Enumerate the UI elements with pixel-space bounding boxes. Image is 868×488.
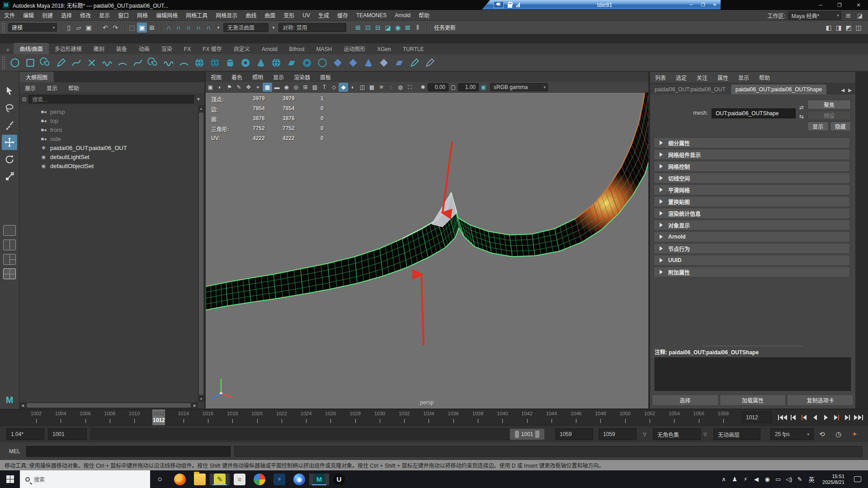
shelf-tab[interactable]: 运动图形 [338, 43, 371, 54]
undo-icon[interactable]: ↶ [100, 23, 110, 33]
menu-item[interactable]: 生成 [314, 11, 333, 19]
planar-icon[interactable] [376, 56, 392, 70]
birail-icon[interactable] [330, 56, 345, 70]
menu-item[interactable]: TEAMONES [352, 12, 391, 19]
outliner-menu-item[interactable]: 展示 [19, 84, 41, 92]
footer-button[interactable]: 加载属性 [720, 394, 786, 406]
layout-single-button[interactable] [3, 225, 16, 236]
nurbs-torus-icon[interactable] [238, 56, 253, 70]
attribute-section-header[interactable]: 渲染统计信息 [654, 208, 850, 219]
nurbs-circle-icon[interactable] [7, 56, 23, 70]
outliner-menu-item[interactable]: 显示 [41, 84, 63, 92]
use-all-lights-icon[interactable]: ◫ [358, 83, 367, 92]
tray-expand-icon[interactable]: ∧ [718, 473, 729, 486]
select-component-icon[interactable]: ⊞ [147, 23, 157, 33]
document-app-icon[interactable]: ≡ [230, 474, 250, 485]
shelf-tab[interactable]: 渲染 [156, 43, 178, 54]
shelf-tab[interactable]: FX [178, 44, 197, 54]
extrude-icon[interactable] [361, 56, 376, 70]
perspective-viewport[interactable]: 视图着色照明显示渲染器面板 ▣◐⚑✎✥⌖▦▬◉◎⊞▧T◇◆◐◫▩✳◌◍⛶ ✱ 0… [205, 71, 649, 409]
attribute-section-header[interactable]: 附加属性 [654, 267, 850, 277]
shelf-tab[interactable]: 曲线/曲面 [14, 43, 48, 54]
auto-keyframe-icon[interactable]: ✦ [852, 428, 858, 440]
shelf-tab[interactable]: TURTLE [397, 44, 429, 54]
nurbs-square-icon[interactable] [23, 56, 38, 70]
tray-speaker-icon[interactable]: ◁) [783, 473, 794, 486]
isolate-select-icon[interactable]: ⛶ [405, 83, 415, 92]
grip-handle[interactable] [2, 22, 5, 33]
attribute-section-header[interactable]: 置换贴图 [654, 196, 850, 207]
gamma-field[interactable]: 1.00 [458, 83, 479, 91]
notes-resize-handle[interactable] [703, 346, 802, 346]
shelf-tab[interactable]: 雕刻 [88, 43, 110, 54]
ep-curve-icon[interactable] [69, 56, 84, 70]
exposure-gear-icon[interactable]: ✱ [418, 83, 428, 92]
lasso-tool[interactable] [2, 100, 17, 116]
film-gate-icon[interactable]: ▬ [272, 83, 282, 92]
attribute-section-header[interactable]: 细分属性 [654, 137, 850, 148]
snap-grid-icon[interactable]: ∩ [164, 23, 174, 33]
notepad-icon[interactable]: ✎ [210, 474, 230, 485]
tab-prev-icon[interactable]: ◀ [841, 88, 845, 93]
camera-attr-icon[interactable]: ◐ [215, 83, 225, 92]
presets-button[interactable]: 预设 [807, 111, 851, 120]
show-button[interactable]: 显示 [807, 122, 829, 131]
menu-item[interactable]: 缓存 [333, 11, 352, 19]
menu-item[interactable]: 显示 [95, 11, 114, 19]
chevron-down-icon[interactable]: ▼ [196, 97, 202, 102]
history-arrow-icon[interactable]: ▾ [269, 23, 278, 33]
go-to-start-button[interactable] [778, 413, 787, 422]
menu-item[interactable]: 曲线 [241, 11, 260, 19]
toggle-toolsettings-icon[interactable]: ◩ [844, 23, 854, 33]
remote-restore-button[interactable]: ❐ [697, 2, 709, 7]
viewport-menu-item[interactable]: 面板 [315, 73, 336, 81]
menu-item[interactable]: 修改 [76, 11, 95, 19]
maya-taskbar-icon[interactable]: M [309, 474, 329, 485]
outliner-item[interactable]: ■◂ persp [19, 107, 198, 116]
scroll-up-icon[interactable]: ▲ [198, 105, 204, 112]
toggle-attr-editor-icon[interactable]: ◨ [834, 23, 844, 33]
2d-pan-zoom-icon[interactable]: ✥ [244, 83, 253, 92]
window-minimize-button[interactable]: ─ [811, 0, 830, 10]
motion-blur-icon[interactable]: ◌ [386, 83, 396, 92]
resolution-gate-icon[interactable]: ◉ [282, 83, 291, 92]
scroll-down-icon[interactable]: ▼ [198, 396, 204, 402]
unreal-engine-icon[interactable]: U [329, 474, 349, 485]
paint-select-tool[interactable] [2, 117, 17, 133]
shelf-tab[interactable]: Arnold [256, 44, 283, 54]
node-name-field[interactable]: OUT:paidai06_OUTShape [712, 108, 796, 118]
node-tab[interactable]: paidai06_OUT:paidai06_OUT [650, 84, 730, 94]
outliner-menu-item[interactable]: 帮助 [63, 84, 85, 92]
shelf-tab[interactable]: 装备 [110, 43, 133, 54]
render-sphere-icon[interactable]: ◉ [393, 23, 403, 33]
scroll-right-icon[interactable]: ▶ [192, 402, 198, 408]
shelf-tab[interactable]: 多边形建模 [49, 43, 88, 54]
display-layer-icon[interactable]: ◪ [383, 23, 393, 33]
menu-item[interactable]: 网格工具 [182, 11, 212, 19]
mel-label[interactable]: MEL [9, 448, 26, 455]
nurbs-surface-icon[interactable] [269, 56, 284, 70]
snap-plane-icon[interactable]: ∩ [193, 23, 203, 33]
menu-item[interactable]: 选择 [57, 11, 76, 19]
shelf-menu-icon[interactable]: ≡ [0, 47, 14, 54]
rotate-tool[interactable] [2, 152, 17, 167]
cv-curve-icon[interactable] [38, 56, 53, 70]
revolve-icon[interactable] [299, 56, 315, 70]
taskbar-search-box[interactable]: 搜索 [20, 470, 150, 488]
time-slider[interactable]: 1002100410061008101010121012101410161018… [0, 409, 868, 425]
play-backwards-button[interactable] [810, 413, 820, 422]
wireframe-icon[interactable]: ◇ [329, 83, 339, 92]
paint-effects-icon[interactable]: ⊠ [403, 23, 413, 33]
task-update-button[interactable]: 任务更新 [429, 23, 460, 31]
workspace-lock-icon[interactable]: ◪ [855, 12, 864, 19]
nurbs-plane-icon[interactable] [284, 56, 299, 70]
range-grip-right[interactable] [535, 431, 539, 438]
play-forwards-button[interactable] [821, 413, 830, 422]
greasepencil-icon[interactable]: ⌖ [253, 83, 263, 92]
boundary-icon[interactable] [345, 56, 361, 70]
render-settings-icon[interactable]: ⊟ [373, 23, 383, 33]
menu-item[interactable]: 曲面 [260, 11, 279, 19]
exposure-field[interactable]: 0.00 [428, 83, 448, 91]
outliner-item[interactable]: ❖ paidai06_OUT:paidai06_OUT [19, 143, 198, 152]
nurbs-ball-icon[interactable] [207, 56, 222, 70]
